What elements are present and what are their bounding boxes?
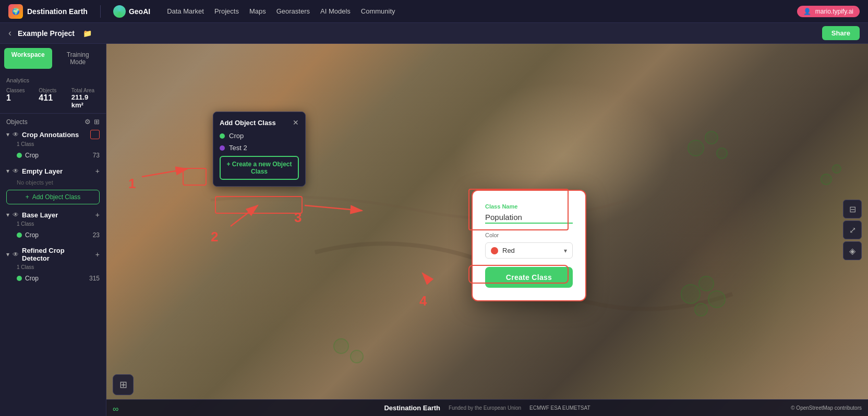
panel-header: Add Object Class ✕	[220, 118, 299, 127]
stat-classes: Classes 1	[6, 88, 34, 109]
layer-crop-annotations: ▾ 👁 Crop Annotations 1 Class Crop 73	[6, 130, 100, 161]
svg-point-5	[708, 291, 725, 308]
layers-button[interactable]: ⊞	[113, 374, 134, 395]
tab-training[interactable]: Training Mode	[54, 48, 102, 69]
attribution: © OpenStreetMap contributors	[791, 405, 862, 411]
eye-icon-4[interactable]: 👁	[13, 251, 19, 258]
section-icons: ⚙ ⊞	[85, 118, 100, 126]
layer-name-1: Crop Annotations	[22, 131, 87, 139]
geoai-logo[interactable]: GeoAI	[113, 5, 150, 18]
objects-section-title: Objects	[6, 118, 28, 126]
svg-point-3	[681, 285, 700, 303]
color-left: Red	[491, 247, 515, 254]
app-title: Destination Earth	[27, 7, 88, 16]
layer-add-3[interactable]: +	[95, 211, 100, 219]
nav-georasters[interactable]: Georasters	[276, 7, 310, 15]
eye-icon-3[interactable]: 👁	[13, 211, 19, 218]
class-item-3-1[interactable]: Crop 23	[6, 230, 100, 240]
color-select[interactable]: Red ▾	[485, 242, 573, 259]
layer-meta-1: 1 Class	[6, 141, 100, 147]
panel-class-name-2: Test 2	[229, 144, 247, 152]
panel-class-name-1: Crop	[229, 132, 244, 140]
geoai-title: GeoAI	[129, 7, 150, 16]
project-title: Example Project	[18, 29, 75, 38]
svg-point-7	[334, 339, 348, 353]
class-count-4-1: 315	[89, 275, 100, 282]
sidebar-tabs: Workspace Training Mode	[0, 44, 106, 73]
layer-header-4: ▾ 👁 Refined Crop Detector +	[6, 247, 100, 262]
collapse-icon-4[interactable]: ▾	[6, 251, 9, 258]
nav-maps[interactable]: Maps	[249, 7, 266, 15]
class-name-input[interactable]	[485, 212, 573, 224]
nav-projects[interactable]: Projects	[214, 7, 239, 15]
tab-workspace[interactable]: Workspace	[4, 48, 52, 69]
svg-point-4	[699, 276, 714, 291]
panel-class-dot-2	[220, 145, 225, 151]
class-name-1-1: Crop	[25, 152, 90, 159]
collapse-icon-2[interactable]: ▾	[6, 167, 9, 175]
main-layout: Workspace Training Mode Analytics Classe…	[0, 44, 868, 416]
expand-ctrl[interactable]: ⤢	[843, 221, 862, 239]
create-new-object-class-button[interactable]: + Create a new Object Class	[220, 156, 299, 180]
layer-name-2: Empty Layer	[22, 167, 92, 175]
expand-icon[interactable]: ⊞	[94, 118, 100, 126]
class-name-label: Class Name	[485, 203, 573, 210]
app-logo[interactable]: 🌍 Destination Earth	[8, 4, 88, 19]
back-button[interactable]: ‹	[8, 28, 11, 39]
objects-section: Objects ⚙ ⊞ ▾ 👁 Crop Annotations 1 Class…	[0, 113, 106, 294]
footer-funded: Funded by the European Union	[449, 405, 521, 411]
layer-add-2[interactable]: +	[95, 167, 100, 175]
top-nav: 🌍 Destination Earth GeoAI Data Market Pr…	[0, 0, 868, 23]
class-dot-3-1	[17, 233, 22, 238]
filter-ctrl[interactable]: ⊟	[843, 200, 862, 218]
color-name: Red	[502, 247, 515, 254]
layer-meta-3: 1 Class	[6, 221, 100, 227]
class-item-1-1[interactable]: Crop 73	[6, 150, 100, 161]
nav-ai-models[interactable]: AI Models	[320, 7, 351, 15]
layer-header-1: ▾ 👁 Crop Annotations	[6, 130, 100, 139]
svg-point-2	[717, 148, 727, 158]
objects-label: Objects	[39, 88, 67, 93]
create-class-modal: Class Name Color Red ▾ Create Class	[472, 190, 586, 301]
layer-meta-4: 1 Class	[6, 264, 100, 270]
panel-close-button[interactable]: ✕	[293, 118, 299, 127]
panel-class-dot-1	[220, 133, 225, 139]
svg-point-9	[821, 174, 831, 185]
footer-orgs: ECMWF ESA EUMETSAT	[529, 405, 590, 411]
color-label: Color	[485, 232, 573, 238]
user-icon: 👤	[803, 8, 811, 15]
analytics-stats: Classes 1 Objects 411 Total Area 211.9 k…	[6, 88, 100, 109]
map-area[interactable]: ⊟ ⤢ ◈ ⊞ Add Object Class ✕ Crop Test 2 +…	[106, 44, 868, 416]
nav-data-market[interactable]: Data Market	[167, 7, 204, 15]
panel-class-item-1[interactable]: Crop	[220, 132, 299, 140]
class-dot-1-1	[17, 153, 22, 158]
class-item-4-1[interactable]: Crop 315	[6, 273, 100, 284]
area-label: Total Area	[71, 88, 100, 93]
nav-community[interactable]: Community	[361, 7, 395, 15]
class-name-4-1: Crop	[25, 275, 86, 282]
layer-add-4[interactable]: +	[95, 250, 100, 259]
collapse-icon-1[interactable]: ▾	[6, 131, 9, 138]
collapse-icon-3[interactable]: ▾	[6, 211, 9, 218]
create-class-button[interactable]: Create Class	[485, 267, 573, 288]
user-avatar[interactable]: 👤 mario.typify.ai	[797, 6, 860, 17]
analytics-section: Analytics Classes 1 Objects 411 Total Ar…	[0, 73, 106, 113]
nav-divider	[100, 5, 101, 18]
panel-class-item-2[interactable]: Test 2	[220, 144, 299, 152]
class-count-1-1: 73	[93, 152, 100, 159]
layer-add-icon-1[interactable]	[90, 130, 100, 139]
settings-icon[interactable]: ⚙	[85, 118, 91, 126]
share-button[interactable]: Share	[822, 26, 860, 40]
svg-point-0	[688, 140, 704, 156]
layers-ctrl[interactable]: ◈	[843, 241, 862, 260]
svg-point-1	[705, 131, 718, 144]
user-label: mario.typify.ai	[815, 8, 853, 15]
bottom-logo-icon: ∞	[113, 405, 118, 414]
add-object-class-button[interactable]: + Add Object Class	[6, 190, 100, 204]
eye-icon-1[interactable]: 👁	[13, 131, 19, 138]
folder-icon[interactable]: 📁	[83, 29, 92, 38]
plus-icon: +	[26, 193, 29, 201]
layer-name-3: Base Layer	[22, 211, 92, 219]
panel-title: Add Object Class	[220, 119, 276, 127]
eye-icon-2[interactable]: 👁	[13, 167, 19, 175]
